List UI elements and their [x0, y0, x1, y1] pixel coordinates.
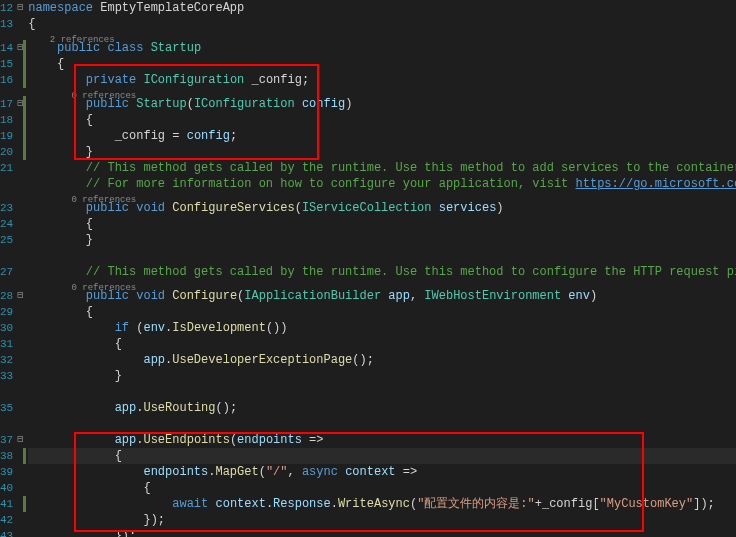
code-editor[interactable]: 12 13 14 15 16 17 18 19 20 21 23 24 25 2… [0, 0, 736, 537]
doc-link[interactable]: https://go.microsoft.com/fwlink/?LinkID=… [576, 177, 736, 191]
code-area[interactable]: 💡 namespace EmptyTemplateCoreApp { 2 ref… [26, 0, 736, 537]
line-number-gutter: 12 13 14 15 16 17 18 19 20 21 23 24 25 2… [0, 0, 17, 537]
